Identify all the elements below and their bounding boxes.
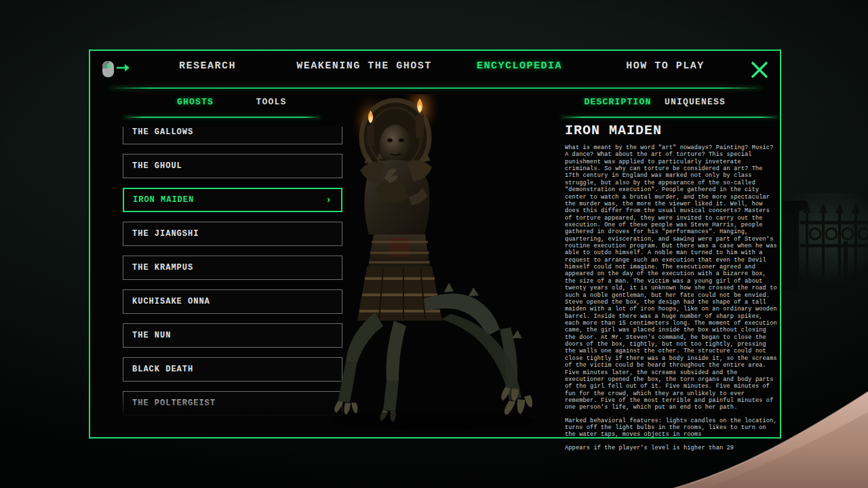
tab-uniqueness[interactable]: UNIQUENESS <box>665 97 726 107</box>
mouse-with-arrow-icon <box>101 59 131 79</box>
tab-description[interactable]: DESCRIPTION <box>584 97 651 107</box>
mouse-navigation-hint <box>101 59 131 79</box>
description-tab-underline <box>560 117 779 118</box>
entry-paragraph-behavior: Marked behavioral features: lights candl… <box>565 418 781 439</box>
nav-item-encyclopedia[interactable]: ENCYCLOPEDIA <box>477 60 562 72</box>
list-item-label: IRON MAIDEN <box>133 195 194 205</box>
entry-paragraph: What is meant by the word "art" nowadays… <box>565 144 781 411</box>
nav-underline <box>109 87 763 89</box>
entry-title: IRON MAIDEN <box>565 123 662 138</box>
close-button[interactable] <box>745 57 774 83</box>
tab-tools[interactable]: TOOLS <box>256 97 286 107</box>
nav-item-research[interactable]: RESEARCH <box>179 60 236 72</box>
encyclopedia-panel: RESEARCH WEAKENING THE GHOST ENCYCLOPEDI… <box>89 49 781 439</box>
entry-paragraph-level: Appears if the player's level is higher … <box>565 445 781 451</box>
iron-maiden-figure <box>309 94 563 436</box>
close-icon <box>750 60 769 79</box>
nav-item-how-to-play[interactable]: HOW TO PLAY <box>626 60 705 72</box>
nav-item-weakening-the-ghost[interactable]: WEAKENING THE GHOST <box>296 60 432 72</box>
entry-description: What is meant by the word "art" nowadays… <box>565 144 781 458</box>
tab-ghosts[interactable]: GHOSTS <box>177 97 214 107</box>
ghosts-tab-underline <box>123 117 321 118</box>
